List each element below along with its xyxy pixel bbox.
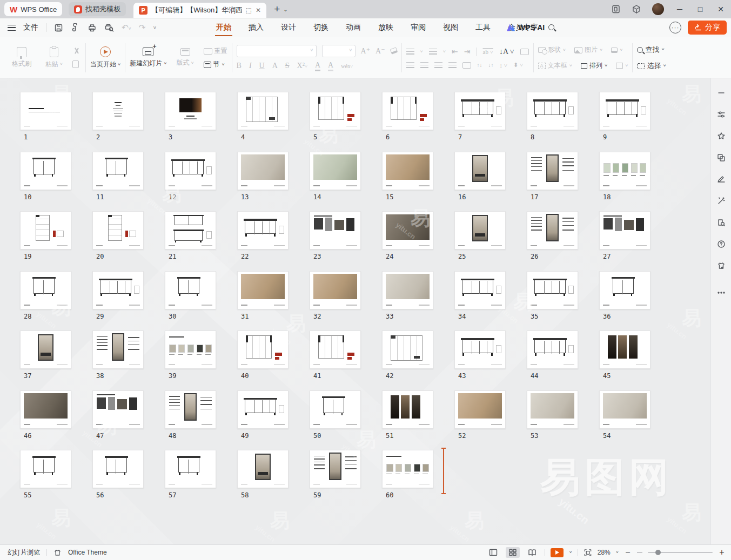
print-preview-icon[interactable] xyxy=(104,23,114,32)
ribbon-settings-icon[interactable]: ··· xyxy=(669,22,681,33)
slide-thumbnail-60[interactable] xyxy=(382,450,433,488)
zoom-in-button[interactable]: + xyxy=(718,548,726,557)
maximize-button[interactable]: □ xyxy=(695,5,705,14)
slide-thumbnail-23[interactable] xyxy=(310,211,361,249)
slide-thumbnail-6[interactable] xyxy=(382,92,433,130)
select-button[interactable]: 选择˅ xyxy=(637,61,666,71)
slide-thumbnail-24[interactable] xyxy=(382,211,433,249)
slide-thumbnail-3[interactable] xyxy=(165,92,216,130)
split-window-icon[interactable] xyxy=(611,4,621,14)
slide-thumbnail-41[interactable] xyxy=(310,330,361,369)
zoom-slider-knob[interactable] xyxy=(655,550,661,555)
slide-thumbnail-34[interactable] xyxy=(454,271,506,309)
template-search-icon[interactable] xyxy=(717,218,726,227)
convert-shapes-icon[interactable] xyxy=(717,153,726,163)
slide-thumbnail-4[interactable] xyxy=(237,92,289,130)
fit-screen-icon[interactable] xyxy=(584,549,592,557)
slide-thumbnail-36[interactable] xyxy=(599,271,650,309)
zoom-level[interactable]: 28% xyxy=(598,549,611,556)
find-button[interactable]: 查找˅ xyxy=(637,45,666,55)
slide-thumbnail-7[interactable] xyxy=(454,92,506,130)
section-button[interactable]: 节˅ xyxy=(204,60,227,69)
quickbar-chevron[interactable]: ˅ xyxy=(153,25,156,31)
slide-thumbnail-33[interactable] xyxy=(382,271,433,309)
slide-thumbnail-47[interactable] xyxy=(92,390,144,429)
menu-tab-切换[interactable]: 切换 xyxy=(312,19,330,36)
slide-thumbnail-42[interactable] xyxy=(382,330,433,369)
slide-thumbnail-16[interactable] xyxy=(454,152,506,190)
search-icon[interactable] xyxy=(548,23,554,32)
zoom-out-button[interactable]: − xyxy=(624,548,632,557)
slide-thumbnail-25[interactable] xyxy=(454,211,506,249)
slide-sorter-canvas[interactable]: 1234567891011121314151617181920212223242… xyxy=(0,78,710,544)
menu-tab-设计[interactable]: 设计 xyxy=(280,19,297,36)
signature-pen-icon[interactable] xyxy=(717,174,726,184)
slide-thumbnail-12[interactable] xyxy=(165,152,216,190)
tab-wps-home[interactable]: W WPS Office xyxy=(4,2,62,16)
slide-thumbnail-46[interactable] xyxy=(20,390,71,429)
menu-tab-开始[interactable]: 开始 xyxy=(215,19,232,36)
close-tab-icon[interactable]: ✕ xyxy=(256,6,261,14)
slide-thumbnail-29[interactable] xyxy=(92,271,144,309)
menu-tab-视图[interactable]: 视图 xyxy=(442,19,459,36)
slide-thumbnail-59[interactable] xyxy=(310,450,361,488)
slide-thumbnail-20[interactable] xyxy=(92,211,144,249)
slide-thumbnail-27[interactable] xyxy=(599,211,650,249)
slide-thumbnail-11[interactable] xyxy=(92,152,144,190)
slide-thumbnail-45[interactable] xyxy=(599,330,650,369)
main-menu-icon[interactable] xyxy=(8,25,16,31)
menu-tab-动画[interactable]: 动画 xyxy=(345,19,362,36)
slide-thumbnail-50[interactable] xyxy=(310,390,361,429)
share-button[interactable]: 分享 xyxy=(688,21,727,35)
view-sorter-button[interactable] xyxy=(506,547,520,558)
slide-thumbnail-15[interactable] xyxy=(382,152,433,190)
export-icon[interactable] xyxy=(71,23,80,32)
slide-thumbnail-48[interactable] xyxy=(165,390,216,429)
slide-thumbnail-1[interactable] xyxy=(20,92,71,130)
slide-thumbnail-56[interactable] xyxy=(92,450,144,488)
play-from-current-button[interactable]: 当页开始˅ xyxy=(90,46,120,69)
view-normal-button[interactable] xyxy=(486,547,500,558)
slide-thumbnail-31[interactable] xyxy=(237,271,289,309)
slide-thumbnail-38[interactable] xyxy=(92,330,144,369)
slide-thumbnail-21[interactable] xyxy=(165,211,216,249)
skin-theme-icon[interactable] xyxy=(717,261,726,271)
workspace-icon[interactable] xyxy=(632,4,641,14)
slide-thumbnail-44[interactable] xyxy=(527,330,578,369)
new-tab-button[interactable]: + xyxy=(274,3,280,15)
slide-thumbnail-39[interactable] xyxy=(165,330,216,369)
slide-thumbnail-40[interactable] xyxy=(237,330,289,369)
slide-thumbnail-22[interactable] xyxy=(237,211,289,249)
slide-thumbnail-18[interactable] xyxy=(599,152,650,190)
arrange-button[interactable]: 排列˅ xyxy=(581,61,607,70)
presentation-mode-icon[interactable]: ⬚ xyxy=(246,6,252,14)
slide-thumbnail-30[interactable] xyxy=(165,271,216,309)
slide-thumbnail-32[interactable] xyxy=(310,271,361,309)
menu-tab-插入[interactable]: 插入 xyxy=(247,19,265,36)
menu-tab-审阅[interactable]: 审阅 xyxy=(410,19,427,36)
smart-tools-wand-icon[interactable] xyxy=(717,196,726,206)
new-slide-button[interactable]: 新建幻灯片˅ xyxy=(130,48,166,68)
settings-sliders-icon[interactable] xyxy=(717,110,726,119)
slide-thumbnail-9[interactable] xyxy=(599,92,650,130)
view-read-button[interactable] xyxy=(525,547,539,558)
slide-thumbnail-35[interactable] xyxy=(527,271,578,309)
minimize-button[interactable]: ─ xyxy=(675,5,685,14)
slideshow-options-chevron[interactable]: ˅ xyxy=(569,550,572,555)
slide-thumbnail-55[interactable] xyxy=(20,450,71,488)
slide-thumbnail-14[interactable] xyxy=(310,152,361,190)
slide-thumbnail-2[interactable] xyxy=(92,92,144,130)
close-window-button[interactable]: ✕ xyxy=(716,5,726,14)
slide-thumbnail-49[interactable] xyxy=(237,390,289,429)
slide-thumbnail-51[interactable] xyxy=(382,390,433,429)
slide-thumbnail-58[interactable] xyxy=(237,450,289,488)
slide-thumbnail-53[interactable] xyxy=(527,390,578,429)
zoom-level-chevron[interactable]: ˅ xyxy=(616,550,619,555)
tab-document[interactable]: P 【可编辑】【Wilson】华润西 ⬚ ✕ xyxy=(133,3,266,18)
save-icon[interactable] xyxy=(54,23,63,32)
slide-thumbnail-57[interactable] xyxy=(165,450,216,488)
zoom-slider[interactable] xyxy=(648,552,713,553)
slide-thumbnail-5[interactable] xyxy=(310,92,361,130)
tab-list-chevron[interactable]: ⌄ xyxy=(283,6,287,12)
more-tools-icon[interactable] xyxy=(717,288,726,298)
